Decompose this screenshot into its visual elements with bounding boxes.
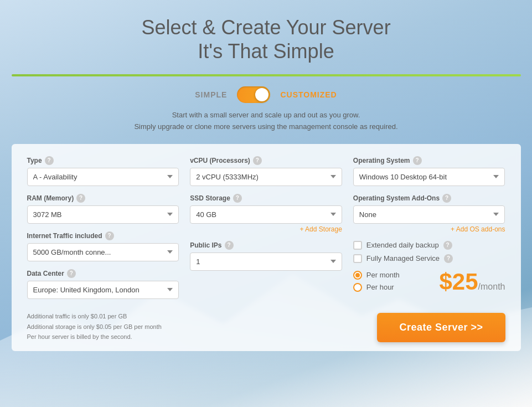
ram-select[interactable]: 1024 MB 2048 MB 3072 MB 4096 MB — [27, 205, 179, 224]
backup-checkbox[interactable] — [353, 241, 362, 250]
ram-field: RAM (Memory) ? 1024 MB 2048 MB 3072 MB 4… — [27, 194, 179, 224]
traffic-field: Internet Traffic included ? 1000 GB/mont… — [27, 231, 179, 261]
ssd-label: SSD Storage — [190, 194, 230, 202]
public-ips-field: Public IPs ? 1 2 3 4 5 — [190, 241, 342, 271]
subtitle-line1: Start with a small server and scale up a… — [134, 110, 397, 121]
os-label: Operating System — [353, 157, 410, 164]
vcpu-field: vCPU (Processors) ? 1 vCPU (2666MHz) 2 v… — [190, 156, 342, 186]
add-os-addons-link[interactable]: + Add OS add-ons — [353, 225, 505, 233]
per-hour-label: Per hour — [366, 283, 394, 291]
green-divider — [12, 74, 521, 76]
os-addons-label: Operating System Add-Ons — [353, 194, 440, 202]
public-ips-help-icon[interactable]: ? — [225, 241, 234, 250]
ssd-select[interactable]: 20 GB 40 GB 80 GB 160 GB — [190, 205, 342, 224]
datacenter-field: Data Center ? Europe: United Kingdom, Lo… — [27, 269, 179, 299]
per-month-row: Per month — [353, 271, 400, 280]
page-header: Select & Create Your Server It's That Si… — [141, 0, 390, 69]
column-3: Operating System ? Windows 10 Desktop 64… — [353, 156, 505, 307]
type-label: Type — [27, 157, 42, 164]
traffic-label: Internet Traffic included — [27, 232, 102, 240]
os-addons-help-icon[interactable]: ? — [442, 194, 451, 203]
subtitle-text: Start with a small server and scale up a… — [134, 110, 397, 133]
simple-label: SIMPLE — [195, 90, 227, 99]
traffic-help-icon[interactable]: ? — [105, 231, 114, 240]
page-title-line1: Select & Create Your Server — [141, 16, 390, 39]
note-line3: Per hour server is billed by the second. — [27, 332, 162, 342]
form-card: Type ? A - Availability B - Balanced C -… — [12, 144, 521, 351]
price-notes: Additional traffic is only $0.01 per GB … — [27, 311, 162, 342]
ssd-help-icon[interactable]: ? — [233, 194, 242, 203]
mode-toggle-row: SIMPLE CUSTOMIZED — [195, 86, 337, 103]
type-select[interactable]: A - Availability B - Balanced C - Comput… — [27, 168, 179, 186]
datacenter-label: Data Center — [27, 270, 64, 277]
ssd-field: SSD Storage ? 20 GB 40 GB 80 GB 160 GB +… — [190, 194, 342, 233]
note-line1: Additional traffic is only $0.01 per GB — [27, 311, 162, 322]
managed-row: Fully Managed Service ? — [353, 254, 505, 263]
type-help-icon[interactable]: ? — [45, 156, 54, 165]
managed-label: Fully Managed Service — [366, 254, 440, 262]
os-addons-select[interactable]: None cPanel Plesk — [353, 205, 505, 224]
column-1: Type ? A - Availability B - Balanced C -… — [27, 156, 179, 307]
mode-toggle[interactable] — [237, 86, 270, 103]
per-month-label: Per month — [366, 271, 400, 279]
per-hour-radio[interactable] — [353, 283, 362, 292]
managed-help-icon[interactable]: ? — [444, 254, 453, 263]
bottom-row: Additional traffic is only $0.01 per GB … — [27, 311, 505, 342]
vcpu-help-icon[interactable]: ? — [253, 156, 262, 165]
os-select[interactable]: Windows 10 Desktop 64-bit Ubuntu 20.04 C… — [353, 168, 505, 186]
os-addons-field: Operating System Add-Ons ? None cPanel P… — [353, 194, 505, 233]
os-field: Operating System ? Windows 10 Desktop 64… — [353, 156, 505, 186]
vcpu-label: vCPU (Processors) — [190, 157, 250, 164]
checkboxes-section: Extended daily backup ? Fully Managed Se… — [353, 241, 505, 263]
backup-label: Extended daily backup — [366, 241, 439, 249]
backup-help-icon[interactable]: ? — [443, 241, 452, 250]
public-ips-label: Public IPs — [190, 241, 221, 249]
managed-checkbox[interactable] — [353, 254, 362, 263]
os-help-icon[interactable]: ? — [413, 156, 422, 165]
create-server-button[interactable]: Create Server >> — [377, 313, 505, 342]
vcpu-select[interactable]: 1 vCPU (2666MHz) 2 vCPU (5333MHz) 4 vCPU… — [190, 168, 342, 186]
per-month-radio[interactable] — [353, 271, 362, 280]
note-line2: Additional storage is only $0.05 per GB … — [27, 322, 162, 332]
page-title-line2: It's That Simple — [141, 39, 390, 63]
datacenter-help-icon[interactable]: ? — [67, 269, 76, 278]
type-field: Type ? A - Availability B - Balanced C -… — [27, 156, 179, 186]
add-storage-link[interactable]: + Add Storage — [190, 225, 342, 233]
per-hour-row: Per hour — [353, 283, 400, 292]
toggle-knob — [255, 88, 268, 101]
ram-label: RAM (Memory) — [27, 194, 74, 202]
customized-label: CUSTOMIZED — [280, 90, 337, 99]
public-ips-select[interactable]: 1 2 3 4 5 — [190, 253, 342, 271]
price-unit: /month — [478, 282, 505, 291]
backup-row: Extended daily backup ? — [353, 241, 505, 250]
datacenter-select[interactable]: Europe: United Kingdom, London US East: … — [27, 281, 179, 299]
ram-help-icon[interactable]: ? — [76, 194, 85, 203]
price-display: $25/month — [439, 269, 505, 295]
radio-group: Per month Per hour — [353, 271, 400, 295]
price-value: $25 — [439, 269, 478, 295]
column-2: vCPU (Processors) ? 1 vCPU (2666MHz) 2 v… — [190, 156, 342, 307]
traffic-select[interactable]: 1000 GB/month 5000 GB/month conne... Unl… — [27, 243, 179, 261]
subtitle-line2: Simply upgrade or clone more servers usi… — [134, 121, 397, 133]
